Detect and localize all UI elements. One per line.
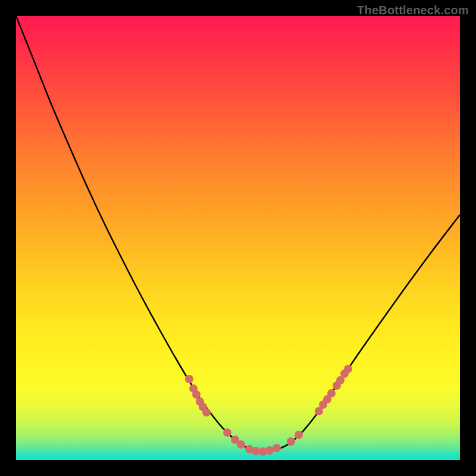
curve-marker [223, 428, 231, 437]
bottleneck-curve [16, 16, 460, 452]
curve-markers [185, 365, 352, 456]
curve-marker [192, 390, 201, 399]
curve-marker [295, 431, 303, 439]
curve-marker [265, 446, 274, 455]
curve-marker [252, 447, 260, 455]
curve-marker [273, 444, 281, 452]
plot-area [16, 16, 460, 460]
curve-marker [344, 365, 352, 373]
curve-marker [327, 389, 336, 397]
curve-marker [185, 375, 193, 383]
chart-container: TheBottleneck.com [0, 0, 476, 476]
watermark-text: TheBottleneck.com [357, 4, 469, 17]
curve-marker [202, 408, 211, 416]
chart-svg [16, 16, 460, 460]
curve-marker [237, 440, 245, 449]
curve-marker [287, 437, 295, 446]
